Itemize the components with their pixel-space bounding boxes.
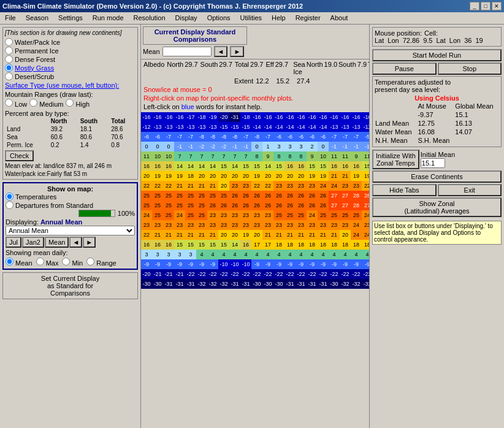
list-item: -16 xyxy=(152,112,163,122)
list-item: 16 xyxy=(152,240,163,250)
current-display-line1: Current Display Standard xyxy=(155,28,236,36)
mean-input[interactable] xyxy=(162,47,212,56)
menu-about[interactable]: About xyxy=(326,13,353,23)
list-item: 14 xyxy=(174,161,185,171)
list-item: 4 xyxy=(218,250,229,259)
list-item: 23 xyxy=(340,220,351,230)
list-item: -6 xyxy=(152,132,163,142)
radio-desert-scrub-input[interactable] xyxy=(5,72,13,80)
close-button[interactable]: ✕ xyxy=(492,2,502,10)
table-row: -6-6-7-7-7-8-8-8-8-7-8-7-6-6-6-6-6-7-7-7… xyxy=(141,132,369,142)
menu-season[interactable]: Season xyxy=(21,13,53,23)
menu-help[interactable]: Help xyxy=(267,13,291,23)
list-item: 15 xyxy=(218,161,229,171)
menu-resolution[interactable]: Resolution xyxy=(129,13,170,23)
mean-nav-prev[interactable]: ◄ xyxy=(214,46,228,57)
show-departures-radio: Departures from Standard xyxy=(6,201,135,209)
menu-utilities[interactable]: Utilities xyxy=(235,13,267,23)
list-item: 21 xyxy=(329,230,340,240)
display-select[interactable]: Annual Mean xyxy=(6,226,135,235)
list-item: -32 xyxy=(207,279,218,289)
list-item: 18 xyxy=(351,240,362,250)
list-item: -7 xyxy=(174,132,185,142)
list-item: 21 xyxy=(152,230,163,240)
list-item: 22 xyxy=(163,181,174,191)
menu-register[interactable]: Register xyxy=(291,13,326,23)
hide-tabs-button[interactable]: Hide Tabs xyxy=(372,184,437,196)
prev-button[interactable]: ◄ xyxy=(69,237,82,248)
menu-file[interactable]: File xyxy=(0,13,21,23)
menu-run-mode[interactable]: Run mode xyxy=(88,13,129,23)
show-temperatures-label: Temperatures xyxy=(15,193,56,201)
water-pack-ice-label: Water/Pack Ice xyxy=(15,39,60,46)
list-item: 27 xyxy=(362,201,369,210)
initial-mean-input[interactable] xyxy=(421,158,445,168)
list-item: -8 xyxy=(218,132,229,142)
mostly-grass-label[interactable]: Mostly Grass xyxy=(15,64,54,72)
initialize-button[interactable]: Initialize WithZonal Temps xyxy=(372,150,419,169)
albedo-north-val: North xyxy=(167,61,183,75)
list-item: 4 xyxy=(296,250,307,259)
jul-button[interactable]: Jul xyxy=(6,237,21,248)
list-item: 7 xyxy=(240,151,251,161)
range-radio-input[interactable] xyxy=(86,258,94,266)
list-item: 8 xyxy=(284,151,296,161)
list-item: 23 xyxy=(340,181,351,191)
start-model-run-button[interactable]: Start Model Run xyxy=(372,49,502,61)
radio-dense-forest-input[interactable] xyxy=(5,55,13,63)
stop-button[interactable]: Stop xyxy=(438,63,502,75)
maximize-button[interactable]: □ xyxy=(481,2,491,10)
mean-button[interactable]: Mean xyxy=(45,237,69,248)
show-zonal-button[interactable]: Show Zonal(Latitudinal) Averages xyxy=(372,197,502,217)
show-departures-input[interactable] xyxy=(6,201,13,209)
mean-nav-next[interactable]: ► xyxy=(230,46,244,57)
list-item: -9 xyxy=(273,259,284,269)
erase-continents-button[interactable]: Erase Continents xyxy=(372,170,502,183)
list-item: -32 xyxy=(218,279,229,289)
jan2-button[interactable]: Jan2 xyxy=(22,237,44,248)
mean-radio-input[interactable] xyxy=(6,258,13,266)
list-item: 25 xyxy=(152,191,163,201)
percent-area-label: Percent area by type: xyxy=(5,110,136,117)
radio-water-ice-input[interactable] xyxy=(5,38,13,46)
table-row: -12-13-13-13-13-13-13-15-15-15-14-14-14-… xyxy=(141,122,369,132)
blue-word[interactable]: blue xyxy=(181,103,194,110)
list-item: -16 xyxy=(318,112,329,122)
show-on-map-section: Show on map: Temperatures Departures fro… xyxy=(2,182,138,270)
show-temperatures-input[interactable] xyxy=(6,193,13,201)
progress-percent: 100% xyxy=(118,210,135,217)
list-item: 11 xyxy=(340,151,351,161)
check-button[interactable]: Check xyxy=(5,150,34,161)
max-radio-input[interactable] xyxy=(36,258,44,266)
next-button[interactable]: ► xyxy=(83,237,96,248)
list-item: 25 xyxy=(163,191,174,201)
high-radio[interactable] xyxy=(66,99,74,107)
list-item: 25 xyxy=(340,210,351,220)
surface-type-link[interactable]: Surface Type (use mouse, left button): xyxy=(5,82,136,89)
medium-radio[interactable] xyxy=(29,99,37,107)
min-radio-input[interactable] xyxy=(62,258,70,266)
radio-permanent-ice-input[interactable] xyxy=(5,47,13,55)
list-item: -9 xyxy=(362,259,369,269)
list-item: 4 xyxy=(240,250,251,259)
list-item: -8 xyxy=(251,132,262,142)
row-sea-label: Sea xyxy=(5,133,49,141)
top-info-left: Current Display Standard Comparisons Mea… xyxy=(143,26,367,57)
list-item: 11 xyxy=(362,151,369,161)
menu-options[interactable]: Options xyxy=(202,13,235,23)
pause-button[interactable]: Pause xyxy=(372,63,437,75)
list-item: 23 xyxy=(251,210,262,220)
table-row: 3333344444444444444445555554555544444455… xyxy=(141,250,369,259)
radio-mostly-grass-input[interactable] xyxy=(5,64,13,72)
list-item: -9 xyxy=(174,259,185,269)
menu-display[interactable]: Display xyxy=(170,13,202,23)
albedo-south-num: 29.7 xyxy=(219,61,232,75)
list-item: 20 xyxy=(218,171,229,181)
minimize-button[interactable]: _ xyxy=(470,2,479,10)
list-item: -21 xyxy=(174,269,185,279)
list-item: -30 xyxy=(329,279,340,289)
exit-button[interactable]: Exit xyxy=(438,184,502,196)
right-click-help: Right-click on map for point-specific mo… xyxy=(141,94,369,102)
low-radio[interactable] xyxy=(5,99,13,107)
menu-settings[interactable]: Settings xyxy=(53,13,88,23)
